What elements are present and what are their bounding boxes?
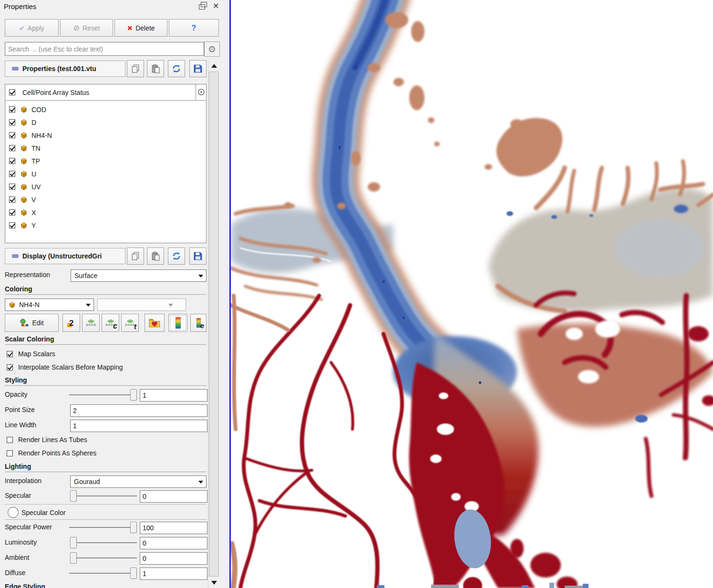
copy-display-button[interactable] [127,248,144,265]
rescale-temporal-range-button[interactable]: t [121,314,139,332]
specular-power-label: Specular Power [5,523,52,531]
slider-handle[interactable] [130,567,137,579]
rescale-data-range-button[interactable] [82,314,100,332]
edit-color-map-button[interactable]: Edit [5,314,59,332]
slider-handle[interactable] [70,490,77,502]
chevron-down-icon [198,275,203,278]
color-component-combo[interactable] [97,299,186,311]
edit-color-map-icon [20,319,29,327]
render-points-spheres-row[interactable]: Render Points As Spheres [7,449,96,457]
color-by-combo[interactable]: NH4-N [5,299,94,311]
scrollbar-thumb[interactable] [209,72,219,577]
display-section-header[interactable]: Display (UnstructuredGri [5,248,125,264]
array-row-d[interactable]: D [5,116,206,129]
point-size-input[interactable] [70,404,207,417]
point-array-cube-icon [20,170,28,178]
array-row-u[interactable]: U [5,167,206,180]
specular-color-row[interactable]: Specular Color [8,507,66,518]
rescale-custom-range-button[interactable]: c [102,314,119,332]
reload-display-button[interactable] [168,248,185,265]
render-lines-tubes-row[interactable]: Render Lines As Tubes [7,436,87,444]
luminosity-input[interactable] [140,537,207,549]
array-checkbox[interactable] [9,119,15,125]
array-checkbox[interactable] [9,132,15,138]
close-icon[interactable]: ✕ [213,2,219,10]
interpolate-scalars-checkbox[interactable] [7,364,13,371]
help-button[interactable]: ? [169,19,219,37]
lighting-header: Lighting [5,463,207,472]
render-points-spheres-checkbox[interactable] [7,450,13,456]
slider-handle[interactable] [70,552,77,564]
render-canvas[interactable] [231,0,713,588]
array-checkbox[interactable] [9,106,15,113]
diffuse-slider[interactable] [69,567,137,579]
paste-properties-button[interactable] [147,60,164,77]
array-row-v[interactable]: V [5,193,206,206]
scroll-up-button[interactable] [209,61,219,71]
representation-combo[interactable]: Surface [71,269,207,282]
apply-button[interactable]: ✔ Apply [5,19,59,37]
luminosity-slider[interactable] [70,537,137,548]
delete-button[interactable]: ✖ Delete [114,19,167,37]
ambient-input[interactable] [140,552,207,565]
array-row-tn[interactable]: TN [5,142,206,155]
map-scalars-row[interactable]: Map Scalars [7,350,55,358]
panel-title: Properties [4,2,36,10]
opacity-input[interactable] [140,389,207,402]
copy-properties-button[interactable] [127,60,144,77]
edit-color-legend-button[interactable]: e [190,314,207,332]
array-status-all-checkbox[interactable] [9,89,15,95]
float-window-icon[interactable] [199,4,207,10]
search-input[interactable] [5,42,204,56]
toggle-color-legend-button[interactable] [168,314,187,332]
divider [5,504,207,505]
panel-scrollbar[interactable] [208,61,219,588]
save-defaults-button[interactable] [189,60,207,77]
reset-button[interactable]: ⊘ Reset [60,19,113,37]
slider-handle[interactable] [130,522,137,533]
specular-input[interactable] [140,490,207,503]
specular-slider[interactable] [70,490,137,502]
array-row-y[interactable]: Y [5,219,206,232]
array-row-x[interactable]: X [5,206,206,219]
separate-color-map-button[interactable]: 2 [62,314,80,332]
array-status-options-button[interactable] [196,84,206,100]
array-status-header[interactable]: Cell/Point Array Status [5,84,206,101]
array-row-uv[interactable]: UV [5,180,206,193]
array-row-cod[interactable]: COD [5,103,206,116]
array-checkbox[interactable] [9,209,15,216]
slider-groove [70,557,137,558]
array-row-tp[interactable]: TP [5,155,206,167]
slider-handle[interactable] [130,389,137,401]
array-checkbox[interactable] [9,158,15,164]
specular-label: Specular [5,492,31,499]
paste-display-button[interactable] [147,248,164,265]
interpolate-scalars-row[interactable]: Interpolate Scalars Before Mapping [7,363,123,371]
specular-power-input[interactable] [140,522,207,534]
specular-color-swatch[interactable] [8,507,19,518]
array-row-nh4n[interactable]: NH4-N [5,129,206,142]
coloring-header: Coloring [5,285,207,295]
save-display-defaults-button[interactable] [189,248,207,265]
line-width-input[interactable] [70,420,207,432]
array-checkbox[interactable] [9,171,15,177]
array-checkbox[interactable] [9,196,15,203]
array-status-header-label: Cell/Point Array Status [22,89,89,96]
array-checkbox[interactable] [9,184,15,190]
ambient-slider[interactable] [70,552,137,564]
diffuse-input[interactable] [140,567,207,580]
opacity-slider[interactable] [69,389,137,401]
interpolation-combo[interactable]: Gouraud [70,475,207,488]
scroll-down-button[interactable] [209,578,219,588]
array-checkbox[interactable] [9,222,15,228]
reload-properties-button[interactable] [168,60,185,77]
map-scalars-checkbox[interactable] [7,351,13,357]
search-options-button[interactable]: ⚙ [204,41,220,57]
properties-section-header[interactable]: Properties (test.001.vtu [5,61,125,77]
slider-handle[interactable] [70,537,77,548]
render-view[interactable] [229,0,713,588]
render-lines-tubes-checkbox[interactable] [7,437,13,443]
array-checkbox[interactable] [9,145,15,151]
specular-power-slider[interactable] [69,522,137,533]
choose-preset-button[interactable] [145,314,165,332]
